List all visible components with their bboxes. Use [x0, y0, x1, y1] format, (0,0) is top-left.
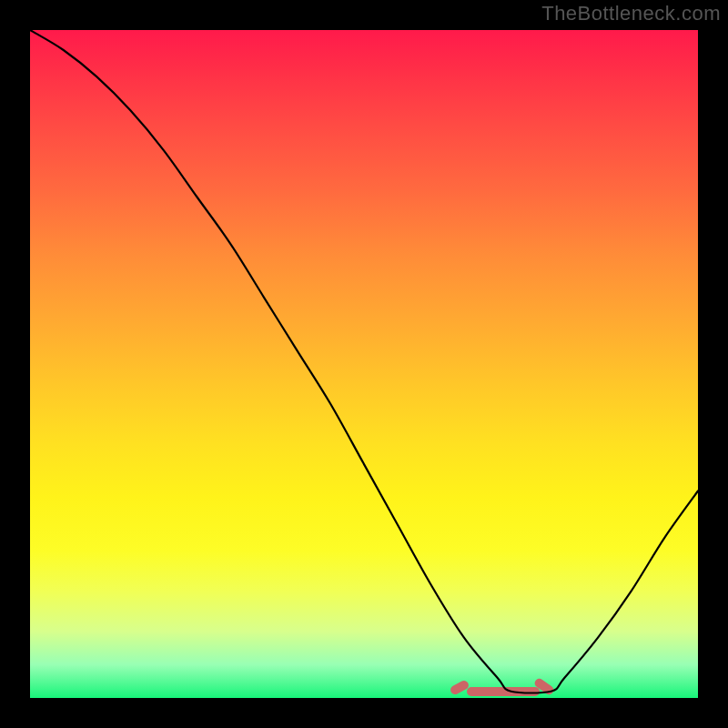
bottleneck-curve-path [30, 30, 698, 693]
plot-inner [30, 30, 698, 698]
bottleneck-curve-svg [30, 30, 698, 698]
watermark-text: TheBottleneck.com [541, 2, 721, 25]
plot-area [30, 30, 698, 698]
chart-frame: TheBottleneck.com [0, 0, 728, 728]
